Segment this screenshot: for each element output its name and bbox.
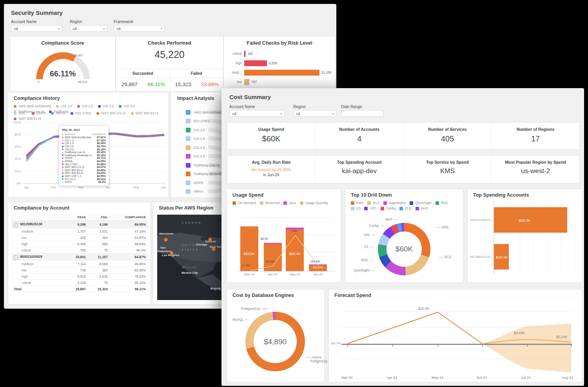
framework-name: HIPAA	[65, 160, 97, 163]
legend-label: CIS 1.4	[61, 104, 72, 108]
account-axis-label: 983021025629 (...	[470, 218, 494, 222]
account-bar	[494, 207, 567, 233]
legend-item[interactable]: CIS 3.0	[119, 104, 134, 108]
series-dot-icon	[62, 139, 64, 141]
panel-title: Checks Performed	[116, 40, 223, 46]
legend-item[interactable]: SOC:	[14, 111, 27, 115]
legend-item[interactable]: S3	[351, 206, 360, 210]
legend-label: SOC:	[18, 111, 27, 115]
kpi-value: decreased by 29.86%	[227, 167, 315, 172]
compliance-cell: 66.11%	[110, 286, 148, 292]
legend-label: CIS 1.5	[82, 104, 93, 108]
panel-title: Compliance by Account	[14, 205, 69, 211]
legend-item[interactable]: On Demand	[232, 201, 256, 205]
kpi-cell: Most Popular Region by Spend us-west-2	[491, 156, 579, 183]
account-name-select[interactable]: All ▾	[229, 110, 284, 117]
usage-plot: $20.5K $0.59 $20.4K $3,200 17.5M 156.5M …	[227, 213, 341, 279]
legend-item[interactable]: NIST 800-53 r4	[131, 111, 158, 115]
node-label: FedRamp Low r4	[194, 163, 219, 167]
legend-item[interactable]: NIST 800-171 r2	[96, 111, 126, 115]
collapse-icon[interactable]: –	[14, 223, 18, 227]
kpi-cell: Number of Accounts 4	[315, 123, 403, 149]
bar-value-label: $20.4K	[286, 252, 304, 256]
legend-item[interactable]: ELB	[399, 206, 411, 210]
usage-qty-label: 1.0B	[291, 229, 297, 233]
legend-label: RDS	[441, 201, 448, 205]
legend-label: VPC	[370, 206, 376, 210]
x-tick: May	[133, 186, 139, 189]
legend-swatch-icon	[381, 207, 384, 210]
succeeded-header: Succeeded	[116, 69, 170, 78]
filter-label-region: Region	[293, 105, 306, 109]
legend-item[interactable]: KMS	[351, 201, 363, 205]
table-row: –high 5,458 696 88.69%	[11, 241, 148, 247]
compliance-cell: 69.05%	[110, 221, 148, 228]
region-select[interactable]: All ▾	[70, 25, 107, 32]
legend-label: NIST 800-53 r4	[136, 111, 158, 115]
legend-item[interactable]: AWS Well-Architected	[14, 104, 51, 108]
kpi-cell: Avg. Daily Run Rate decreased by 29.86% …	[227, 156, 315, 183]
legend-item[interactable]: Usage Quantity	[300, 201, 328, 205]
kpi-label: Usage Spend	[227, 127, 315, 132]
legend-item[interactable]: CIS 1.4	[56, 104, 72, 108]
legend-item[interactable]: Config	[381, 206, 396, 210]
legend-item[interactable]: QuickSight	[410, 201, 431, 205]
legend-label: QuickSight	[415, 201, 431, 205]
legend-label: KMS	[356, 201, 363, 205]
legend-item[interactable]: WAF	[416, 206, 428, 210]
compliance-value: 64.9%	[98, 181, 106, 183]
region-select[interactable]: All ▾	[293, 110, 336, 117]
legend-item[interactable]: RDS	[436, 201, 448, 205]
legend-item[interactable]: VPC	[364, 206, 376, 210]
legend-item[interactable]: HIPAA	[51, 111, 65, 115]
legend-label: EC2	[373, 201, 379, 205]
forecast-chart	[329, 296, 583, 374]
city-label-francisco: Francisco	[158, 250, 171, 253]
legend-item[interactable]: SageMaker	[383, 201, 406, 205]
legend-swatch-icon	[232, 201, 236, 205]
legend-item[interactable]: ISO 27001	[71, 111, 91, 115]
compliance-cell: 90.4%	[110, 247, 148, 253]
legend-item[interactable]: Spot	[283, 201, 296, 205]
legend-label: CIS 3.0	[123, 104, 134, 108]
risk-bar-row: low 747	[228, 77, 333, 87]
framework-select[interactable]: All ▾	[114, 25, 165, 32]
node-color-icon	[186, 119, 191, 123]
compliance-value: 65.03%	[97, 178, 106, 181]
fail-cell: 3,031	[88, 228, 110, 235]
legend-item[interactable]: CIS 2.0	[98, 104, 114, 108]
legend-item[interactable]: GDPR	[32, 111, 46, 115]
x-tick: Jan	[24, 186, 29, 189]
table-row: –critical 706 75 90.4%	[11, 247, 148, 253]
date-range-input[interactable]	[341, 110, 383, 117]
collapse-icon[interactable]: –	[14, 255, 18, 260]
legend-swatch-icon	[351, 207, 354, 210]
row-name: low	[22, 268, 27, 272]
tooltip-row: NIST 800-171 r2 64.67%	[62, 166, 106, 169]
risk-value: 11,100	[321, 71, 331, 74]
fail-cell: 2,630	[88, 273, 110, 280]
tooltip-row: NIST 800-53 r5 64.64%	[62, 172, 106, 175]
kpi-label: Avg. Daily Run Rate	[227, 160, 315, 165]
row-name-cell: –low	[11, 267, 66, 273]
slice-label-s3: S3	[364, 245, 375, 249]
table-row: –low 425 364 53.87%	[11, 235, 148, 241]
legend-dot-icon	[71, 112, 73, 115]
legend-item[interactable]: EC2	[367, 201, 379, 205]
compliance-value: 67.61%	[97, 136, 106, 139]
account-name-select[interactable]: All ▾	[11, 25, 62, 32]
compliance-account-table: PASS FAIL COMPLIANCE –681258525138 9,296…	[11, 214, 148, 292]
region-status-dot	[170, 251, 173, 255]
panel-title: Top 10 Drill Down	[351, 192, 392, 198]
compliance-value: 65.16%	[97, 154, 106, 157]
top10-drilldown-panel: Top 10 Drill Down KMS EC2 SageMaker	[345, 189, 463, 283]
forecast-spend-panel: Forecast Spend $217.04 $20.5K $3,890 $2,…	[328, 289, 583, 382]
framework-name: AWS Well-Architected	[65, 136, 97, 139]
region-value: All	[296, 112, 300, 116]
usage-qty-label: 156.5M	[265, 260, 274, 263]
row-name-cell: –medium	[11, 261, 66, 267]
legend-item[interactable]: CIS 1.5	[77, 104, 93, 108]
row-name: critical	[22, 248, 31, 252]
legend-item[interactable]: Reserved	[260, 201, 279, 205]
tooltip-header: Framework Compliance	[62, 133, 106, 136]
